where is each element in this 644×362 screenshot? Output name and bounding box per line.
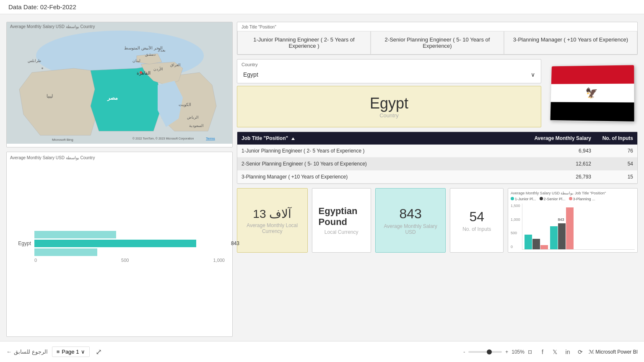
svg-point-23 xyxy=(42,67,43,69)
td-salary-3: 26,793 xyxy=(524,174,591,180)
facebook-icon[interactable]: f xyxy=(538,348,547,356)
svg-text:Microsoft Bing: Microsoft Bing xyxy=(52,138,73,142)
back-button[interactable]: ← الرجوع للسابق xyxy=(6,349,48,355)
bottom-nav: ← الرجوع للسابق ≡ Page 1 ∨ ⤢ - + 105% ⊡ … xyxy=(0,341,644,362)
zoom-plus-icon[interactable]: + xyxy=(505,349,508,355)
flag-area: 🦅 xyxy=(545,59,638,127)
td-inputs-3: 15 xyxy=(591,174,633,180)
table-row: 2-Senior Planning Engineer ( 5- 10 Years… xyxy=(237,158,637,171)
social-icons: f 𝕏 in ⟳ ℳ Microsoft Power BI xyxy=(538,348,638,356)
country-selected: Egypt xyxy=(243,71,258,78)
zoom-thumb[interactable] xyxy=(487,349,492,354)
svg-text:ليبيا: ليبيا xyxy=(47,93,53,98)
th-inputs: No. of Inputs xyxy=(591,135,633,141)
kpi-salary-label: Average Monthly Salary USD xyxy=(382,223,439,235)
salary-table: Job Title "Position" Average Monthly Sal… xyxy=(237,132,638,184)
bar-chart-area: Egypt 843 0 500 1,000 xyxy=(10,162,229,331)
fit-screen-icon[interactable]: ⊡ xyxy=(528,349,532,355)
zoom-percent: 105% xyxy=(512,349,525,355)
bar-row-egypt: Egypt 843 xyxy=(14,231,225,256)
x-axis: 0 500 1,000 xyxy=(14,256,225,263)
kpi-inputs-value: 54 xyxy=(469,209,484,225)
mini-bar-manager-2 xyxy=(566,207,574,249)
map-svg: ليبيا مصر لبنان الأردن العراق الكويت الر… xyxy=(7,22,233,144)
linkedin-icon[interactable]: in xyxy=(564,348,572,356)
svg-text:مصر: مصر xyxy=(107,95,118,101)
legend-item-1: 1-Junior Pl... xyxy=(511,197,536,201)
nav-right: - + 105% ⊡ f 𝕏 in ⟳ ℳ Microsoft Power BI xyxy=(463,348,638,356)
table-header: Job Title "Position" Average Monthly Sal… xyxy=(237,132,637,145)
chevron-down-icon: ∨ xyxy=(531,71,535,78)
chevron-down-icon: ∨ xyxy=(81,349,85,355)
expand-button[interactable]: ⤢ xyxy=(94,346,104,358)
country-sub: Country xyxy=(379,112,399,119)
zoom-slider[interactable] xyxy=(468,351,502,353)
mini-chart-area: 1,500 1,000 500 0 xyxy=(511,204,635,250)
twitter-icon[interactable]: 𝕏 xyxy=(551,348,559,356)
td-salary-1: 6,943 xyxy=(524,148,591,154)
flag-black-stripe xyxy=(551,102,634,121)
svg-text:طرابلس: طرابلس xyxy=(28,59,41,63)
country-select-box[interactable]: Country Egypt ∨ xyxy=(237,59,541,83)
svg-text:الكويت: الكويت xyxy=(179,102,191,107)
kpi-local-label: Local Currency xyxy=(325,229,358,235)
svg-text:Terms: Terms xyxy=(206,137,215,140)
svg-text:السعودية: السعودية xyxy=(189,124,204,128)
svg-text:© 2022 TomTom, © 2023 Microsof: © 2022 TomTom, © 2023 Microsoft Corporat… xyxy=(132,137,194,140)
mini-chart-card: Average Monthly Salary USD بواسطة Job Ti… xyxy=(508,188,638,253)
job-tabs-label: Job Title "Position" xyxy=(237,25,637,31)
back-label: الرجوع للسابق xyxy=(14,349,48,355)
back-arrow-icon: ← xyxy=(6,349,12,355)
svg-text:القاهرة: القاهرة xyxy=(137,70,151,76)
td-salary-2: 12,612 xyxy=(524,161,591,167)
map-title: Average Monthly Salary USD بواسطة Countr… xyxy=(10,24,95,29)
bar-label: Egypt xyxy=(14,240,31,246)
bar-843-label: 843 xyxy=(558,217,564,222)
mini-bar-junior-2 xyxy=(550,226,558,249)
job-tab-2[interactable]: 2-Senior Planning Engineer ( 5- 10 Years… xyxy=(371,31,504,54)
kpi-inputs-label: No. of Inputs xyxy=(462,226,491,232)
svg-text:لبنان: لبنان xyxy=(132,59,140,63)
kpi-local-currency-value: آلاف 13 Average Monthly Local Currency xyxy=(237,188,308,253)
job-tabs-card: Job Title "Position" 1-Junior Planning E… xyxy=(237,22,638,55)
td-inputs-2: 54 xyxy=(591,161,633,167)
job-tabs: 1-Junior Planning Engineer ( 2- 5 Years … xyxy=(237,31,637,54)
mini-bar-group-2: 843 xyxy=(550,207,574,249)
mini-legend: 1-Junior Pl... 2-Senior Pl... 3-Planning… xyxy=(511,197,635,201)
egypt-flag: 🦅 xyxy=(551,65,634,122)
zoom-minus-icon[interactable]: - xyxy=(463,349,465,355)
page-label: Page 1 xyxy=(62,349,79,355)
map-card: Average Monthly Salary USD بواسطة Countr… xyxy=(6,22,233,147)
mini-bars: 843 xyxy=(522,204,635,250)
mini-bar-group-1 xyxy=(525,235,548,249)
table-row: 1-Junior Planning Engineer ( 2- 5 Years … xyxy=(237,145,637,158)
mini-bar-senior-2: 843 xyxy=(558,223,566,249)
job-tab-1[interactable]: 1-Junior Planning Engineer ( 2- 5 Years … xyxy=(237,31,371,54)
flag-red-stripe xyxy=(551,65,634,84)
kpi-salary-value: 843 xyxy=(399,206,421,222)
td-job-2: 2-Senior Planning Engineer ( 5- 10 Years… xyxy=(242,161,524,167)
mini-chart-title: Average Monthly Salary USD بواسطة Job Ti… xyxy=(511,191,635,195)
legend-item-3: 3-Planning ... xyxy=(569,197,595,201)
kpi-local-name: Egyptian Pound xyxy=(319,206,364,228)
kpi-currency-number: آلاف 13 xyxy=(253,207,291,221)
bar-chart-card: Average Monthly Salary USD بواسطة Countr… xyxy=(6,152,233,337)
country-select-value[interactable]: Egypt ∨ xyxy=(242,69,537,80)
share-icon[interactable]: ⟳ xyxy=(576,348,584,356)
kpi-no-inputs: 54 No. of Inputs xyxy=(450,188,504,253)
page-selector[interactable]: ≡ Page 1 ∨ xyxy=(52,346,90,357)
td-job-3: 3-Planning Manager ( +10 Years of Experi… xyxy=(242,174,524,180)
data-date-bar: Data Date: 02-Feb-2022 xyxy=(0,0,644,14)
table-row: 3-Planning Manager ( +10 Years of Experi… xyxy=(237,171,637,184)
mini-y-axis: 1,500 1,000 500 0 xyxy=(511,204,520,250)
th-job-title: Job Title "Position" xyxy=(242,135,524,141)
kpi-salary-usd: 843 Average Monthly Salary USD xyxy=(375,188,446,253)
bar-chart-title: Average Monthly Salary USD بواسطة Countr… xyxy=(10,155,229,160)
job-tab-3[interactable]: 3-Planning Manager ( +10 Years of Experi… xyxy=(504,31,637,54)
td-inputs-1: 76 xyxy=(591,148,633,154)
kpi-row: آلاف 13 Average Monthly Local Currency E… xyxy=(237,188,638,253)
mini-bar-junior-1 xyxy=(525,235,532,249)
powerbi-logo: ℳ Microsoft Power BI xyxy=(589,349,638,355)
data-date: Data Date: 02-Feb-2022 xyxy=(8,3,76,10)
country-name-big: Egypt xyxy=(370,95,408,112)
